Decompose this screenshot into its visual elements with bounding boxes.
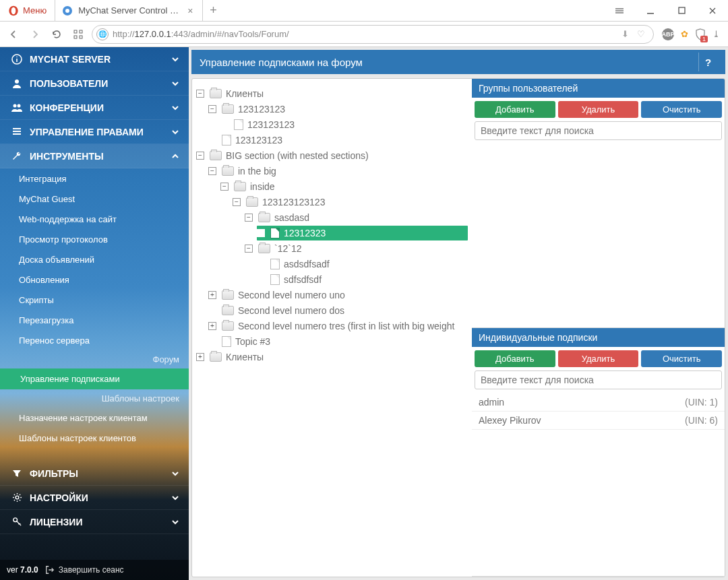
nav-управление-правами[interactable]: УПРАВЛЕНИЕ ПРАВАМИ xyxy=(0,120,189,144)
tree-toggle[interactable]: + xyxy=(208,291,216,299)
sidebar-item-просмотр-протоколов[interactable]: Просмотр протоколов xyxy=(0,229,189,249)
new-tab-button[interactable]: + xyxy=(203,3,224,18)
forum-tree[interactable]: −Клиенты−123123123123123123123123123−BIG… xyxy=(192,79,472,577)
close-button[interactable] xyxy=(697,0,728,21)
globe-icon: 🌐 xyxy=(96,28,109,40)
sidebar-item-перезагрузка[interactable]: Перезагрузка xyxy=(0,310,189,330)
nav-пользователи[interactable]: ПОЛЬЗОВАТЕЛИ xyxy=(0,71,189,96)
groups-clear-button[interactable]: Очистить xyxy=(641,101,722,118)
browser-tab[interactable]: MyChat Server Control Pan × xyxy=(55,0,203,21)
nav-лицензии[interactable]: ЛИЦЕНЗИИ xyxy=(0,510,189,534)
adblock-icon[interactable]: ABP xyxy=(662,28,674,40)
sidebar-item-интеграция[interactable]: Интеграция xyxy=(0,168,189,189)
svg-point-13 xyxy=(16,496,19,499)
list-item[interactable]: admin(UIN: 1) xyxy=(472,393,725,412)
tree-toggle[interactable]: − xyxy=(196,152,204,160)
chevron-down-icon xyxy=(171,55,179,63)
tree-toggle[interactable]: − xyxy=(245,245,253,253)
tree-label: Second level numero dos xyxy=(238,305,344,316)
extension-icon[interactable]: ✿ xyxy=(681,29,688,39)
sidebar-item-обновления[interactable]: Обновления xyxy=(0,269,189,290)
tree-toggle[interactable]: − xyxy=(208,167,216,175)
groups-add-button[interactable]: Добавить xyxy=(475,101,555,118)
nav-настройки[interactable]: НАСТРОЙКИ xyxy=(0,486,189,510)
nav-фильтры[interactable]: ФИЛЬТРЫ xyxy=(0,461,189,486)
tree-folder[interactable]: −`12`12 xyxy=(245,241,468,256)
tree-file[interactable]: asdsdfsadf xyxy=(257,257,468,271)
logout-button[interactable]: Завершить сеанс xyxy=(45,565,124,575)
shield-icon[interactable]: 1 xyxy=(695,28,706,40)
tree-label: inside xyxy=(250,181,275,192)
sidebar-item-назначение-настроек-клиентам[interactable]: Назначение настроек клиентам xyxy=(0,408,189,428)
reload-button[interactable] xyxy=(49,26,65,42)
sidebar-item-mychat-guest[interactable]: MyChat Guest xyxy=(0,189,189,209)
tree-toggle[interactable]: − xyxy=(208,105,216,113)
groups-search-input[interactable] xyxy=(475,121,722,140)
tree-folder[interactable]: +Клиенты xyxy=(196,350,468,364)
folder-icon xyxy=(258,213,270,222)
svg-point-10 xyxy=(15,79,19,84)
tree-file[interactable]: 12312323 xyxy=(257,226,468,240)
nav-mychat-server[interactable]: MYCHAT SERVER xyxy=(0,47,189,71)
sidebar-forum-manage-subscriptions[interactable]: Управление подписками xyxy=(0,368,189,389)
nav-инструменты[interactable]: ИНСТРУМЕНТЫ xyxy=(0,144,189,168)
user-name: admin xyxy=(479,397,504,408)
maximize-button[interactable] xyxy=(666,0,697,21)
tree-file[interactable]: 123123123 xyxy=(208,133,468,148)
window-options-icon[interactable] xyxy=(604,0,635,21)
sidebar-forum-templates[interactable]: Шаблоны настроек xyxy=(0,389,189,408)
speed-dial-button[interactable] xyxy=(70,26,86,42)
download-arrow-icon[interactable]: ⬇ xyxy=(621,29,629,39)
tree-folder[interactable]: −123123123 xyxy=(208,102,468,117)
chevron-down-icon xyxy=(171,128,179,136)
folder-icon xyxy=(234,182,246,191)
back-button[interactable] xyxy=(5,26,22,42)
tree-toggle[interactable]: − xyxy=(245,214,253,222)
tree-folder[interactable]: +Second level numero tres (first in list… xyxy=(208,319,468,333)
tree-folder[interactable]: −Клиенты xyxy=(196,86,468,101)
individual-delete-button[interactable]: Удалить xyxy=(558,350,639,367)
tree-label: 123123123123 xyxy=(262,197,325,207)
individual-add-button[interactable]: Добавить xyxy=(475,350,555,367)
tree-folder[interactable]: −sasdasd xyxy=(245,210,468,225)
sidebar-item-web-поддержка-на-сайт[interactable]: Web-поддержка на сайт xyxy=(0,209,189,229)
sidebar-item-перенос-сервера[interactable]: Перенос сервера xyxy=(0,330,189,350)
tree-folder[interactable]: −in the big xyxy=(208,164,468,179)
tree-toggle[interactable]: − xyxy=(196,90,204,98)
forward-button[interactable] xyxy=(27,26,43,42)
browser-menu-button[interactable]: Меню xyxy=(0,5,55,16)
sidebar: MYCHAT SERVERПОЛЬЗОВАТЕЛИКОНФЕРЕНЦИИУПРА… xyxy=(0,47,189,580)
individual-search-input[interactable] xyxy=(475,370,722,389)
groups-delete-button[interactable]: Удалить xyxy=(558,101,639,118)
tree-toggle[interactable] xyxy=(208,307,216,315)
tree-folder[interactable]: −123123123123 xyxy=(233,195,468,210)
individual-clear-button[interactable]: Очистить xyxy=(641,350,722,367)
svg-point-12 xyxy=(18,104,21,107)
nav-конференции[interactable]: КОНФЕРЕНЦИИ xyxy=(0,96,189,120)
address-bar[interactable]: 🌐 http://127.0.0.1:443/admin/#/navTools/… xyxy=(92,25,654,44)
downloads-icon[interactable]: ⤓ xyxy=(712,29,720,39)
sidebar-item-шаблоны-настроек-клиентов[interactable]: Шаблоны настроек клиентов xyxy=(0,428,189,448)
sidebar-item-доска-объявлений[interactable]: Доска объявлений xyxy=(0,249,189,269)
url-text: http://127.0.0.1:443/admin/#/navTools/Fo… xyxy=(113,29,617,39)
tree-file[interactable]: Topic #3 xyxy=(208,334,468,349)
minimize-button[interactable] xyxy=(635,0,666,21)
sidebar-item-скрипты[interactable]: Скрипты xyxy=(0,290,189,310)
tree-label: Second level numero tres (first in list … xyxy=(238,321,454,331)
help-button[interactable]: ? xyxy=(698,53,717,71)
tree-toggle[interactable]: − xyxy=(220,183,229,191)
tree-folder[interactable]: Second level numero dos xyxy=(208,303,468,318)
tab-close-button[interactable]: × xyxy=(185,5,195,16)
file-icon xyxy=(222,135,231,146)
sidebar-forum-header[interactable]: Форум xyxy=(0,350,189,368)
tree-folder[interactable]: −BIG section (with nested sections) xyxy=(196,148,468,163)
tree-toggle[interactable]: − xyxy=(233,198,241,206)
tree-file[interactable]: sdfsdfsdf xyxy=(257,272,468,287)
tree-file[interactable]: 123123123 xyxy=(220,117,468,132)
tree-toggle[interactable]: + xyxy=(208,322,216,330)
tree-folder[interactable]: +Second level numero uno xyxy=(208,288,468,302)
list-item[interactable]: Alexey Pikurov(UIN: 6) xyxy=(472,412,725,430)
tree-toggle[interactable]: + xyxy=(196,353,204,361)
tree-folder[interactable]: −inside xyxy=(220,179,468,194)
heart-icon[interactable]: ♡ xyxy=(637,29,645,39)
